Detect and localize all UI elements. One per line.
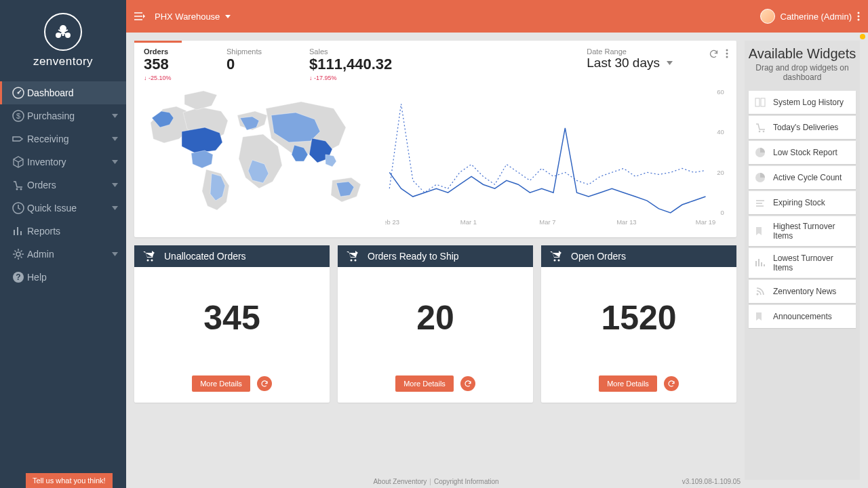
- widget-item-lowest-turnover-items[interactable]: Lowest Turnover Items: [749, 248, 856, 278]
- widget-icon: [754, 257, 766, 269]
- widget-label: Lowest Turnover Items: [773, 253, 850, 272]
- overview-card: Orders358↓ -25.10%Shipments0Sales$111,44…: [134, 41, 736, 237]
- widget-item-today-s-deliveries[interactable]: Today's Deliveries: [749, 116, 856, 139]
- sidebar-item-purchasing[interactable]: $Purchasing: [0, 104, 126, 127]
- widgets-subtitle: Drag and drop widgets on dashboard: [745, 62, 860, 89]
- widget-item-expiring-stock[interactable]: Expiring Stock: [749, 191, 856, 214]
- metric-orders[interactable]: Orders358↓ -25.10%: [144, 47, 198, 81]
- chevron-down-icon: [112, 252, 118, 256]
- nav-label: Receiving: [27, 134, 68, 144]
- kebab-menu-icon[interactable]: [726, 49, 728, 59]
- sidebar-item-reports[interactable]: Reports: [0, 220, 126, 243]
- warehouse-name: PHX Warehouse: [155, 12, 220, 22]
- card-title: Open Orders: [571, 251, 626, 262]
- widget-item-zenventory-news[interactable]: Zenventory News: [749, 280, 856, 303]
- brand-name: zenventory: [33, 55, 93, 68]
- sidebar: zenventory Dashboard$PurchasingReceiving…: [0, 0, 126, 488]
- metrics-row: Orders358↓ -25.10%Shipments0Sales$111,44…: [134, 41, 736, 81]
- sidebar-item-receiving[interactable]: Receiving: [0, 127, 126, 150]
- svg-text:Mar 19: Mar 19: [696, 218, 715, 226]
- card-orders-ready-to-ship: Orders Ready to Ship20More Details: [338, 245, 533, 403]
- more-details-button[interactable]: More Details: [395, 375, 454, 392]
- metric-value: $111,440.32: [309, 56, 392, 73]
- refresh-button[interactable]: [460, 376, 475, 391]
- widget-label: Highest Turnover Items: [773, 222, 850, 241]
- svg-point-31: [147, 260, 149, 262]
- widget-label: Active Cycle Count: [773, 173, 842, 182]
- widget-icon: [754, 171, 766, 184]
- avatar[interactable]: [760, 9, 775, 24]
- orders-line-chart[interactable]: 0204060 Feb 23Mar 1Mar 7Mar 13Mar 19: [385, 85, 727, 229]
- svg-point-18: [858, 19, 860, 21]
- widget-item-highest-turnover-items[interactable]: Highest Turnover Items: [749, 216, 856, 246]
- orders-icon: [9, 178, 27, 192]
- metric-label: Sales: [309, 47, 392, 56]
- nav-label: Admin: [27, 249, 54, 260]
- card-title: Unallocated Orders: [164, 251, 246, 262]
- content: Orders358↓ -25.10%Shipments0Sales$111,44…: [126, 33, 868, 488]
- svg-point-13: [16, 252, 20, 256]
- svg-point-43: [757, 293, 759, 296]
- kebab-menu-icon[interactable]: [857, 12, 860, 21]
- sidebar-item-orders[interactable]: Orders: [0, 174, 126, 197]
- svg-text:Mar 1: Mar 1: [460, 218, 477, 226]
- svg-point-39: [759, 131, 761, 133]
- quick-issue-icon: [9, 201, 27, 215]
- about-link[interactable]: About Zenventory: [373, 478, 427, 485]
- widget-item-low-stock-report[interactable]: Low Stock Report: [749, 141, 856, 164]
- footer: About Zenventory | Copyright Information: [126, 478, 746, 485]
- feedback-button[interactable]: Tell us what you think!: [26, 473, 113, 488]
- sidebar-item-inventory[interactable]: Inventory: [0, 150, 126, 174]
- refresh-button[interactable]: [664, 376, 679, 391]
- warehouse-selector[interactable]: PHX Warehouse: [155, 12, 231, 22]
- svg-text:0: 0: [721, 209, 724, 216]
- svg-point-2: [65, 33, 71, 38]
- widget-icon: [754, 146, 766, 159]
- sidebar-item-dashboard[interactable]: Dashboard: [0, 81, 126, 104]
- svg-text:Mar 13: Mar 13: [616, 218, 636, 226]
- nav-label: Orders: [27, 180, 56, 190]
- widget-item-announcements[interactable]: Announcements: [749, 305, 856, 328]
- sidebar-item-quick-issue[interactable]: Quick Issue: [0, 197, 126, 220]
- nav-label: Reports: [27, 226, 60, 237]
- metric-value: 0: [226, 56, 281, 73]
- nav-label: Dashboard: [27, 87, 74, 98]
- caret-down-icon: [225, 15, 231, 18]
- svg-point-10: [16, 188, 18, 190]
- more-details-button[interactable]: More Details: [192, 375, 250, 392]
- purchasing-icon: $: [9, 109, 27, 123]
- svg-text:20: 20: [717, 169, 724, 176]
- sidebar-item-admin[interactable]: Admin: [0, 243, 126, 266]
- chevron-down-icon: [112, 114, 118, 118]
- metric-sales[interactable]: Sales$111,440.32↓ -17.95%: [309, 47, 392, 81]
- inventory-icon: [9, 155, 27, 169]
- metric-shipments[interactable]: Shipments0: [226, 47, 281, 75]
- menu-toggle-icon[interactable]: [134, 12, 145, 21]
- reports-icon: [9, 224, 27, 238]
- caret-down-icon: [667, 61, 673, 65]
- svg-point-11: [20, 188, 22, 190]
- copyright-link[interactable]: Copyright Information: [434, 478, 499, 485]
- refresh-icon[interactable]: [709, 49, 719, 59]
- widget-icon: [754, 225, 766, 237]
- dashboard-icon: [9, 86, 27, 100]
- admin-icon: [9, 247, 27, 261]
- notification-dot-icon: [860, 34, 865, 39]
- receiving-icon: [9, 132, 27, 146]
- widget-list: System Log HistoryToday's DeliveriesLow …: [745, 91, 860, 328]
- widget-item-active-cycle-count[interactable]: Active Cycle Count: [749, 166, 856, 189]
- sidebar-item-help[interactable]: ?Help: [0, 266, 126, 289]
- svg-point-35: [554, 260, 556, 262]
- chevron-down-icon: [112, 206, 118, 210]
- card-value: 20: [338, 267, 533, 369]
- date-range-selector[interactable]: Date RangeLast 30 days: [587, 47, 673, 70]
- svg-point-40: [763, 131, 765, 133]
- widget-icon: [754, 96, 766, 108]
- cart-icon: [346, 251, 359, 262]
- widget-item-system-log-history[interactable]: System Log History: [749, 91, 856, 114]
- more-details-button[interactable]: More Details: [599, 375, 657, 392]
- logo-icon: [44, 13, 82, 51]
- available-widgets-panel: Available Widgets Drag and drop widgets …: [745, 41, 860, 480]
- refresh-button[interactable]: [257, 376, 272, 391]
- world-map-chart[interactable]: [144, 85, 374, 229]
